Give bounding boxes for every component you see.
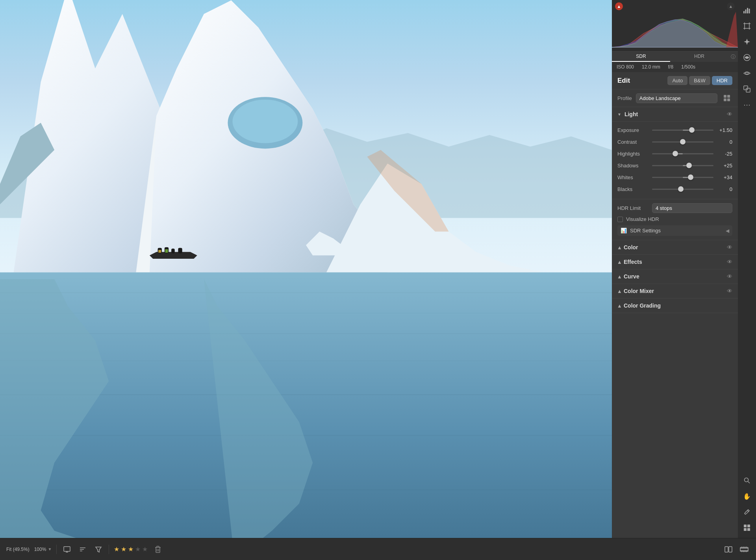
histogram-info-icon[interactable]: ⓘ	[728, 52, 738, 62]
whites-value: +34	[717, 174, 732, 180]
edit-header: Edit Auto B&W HDR	[612, 72, 738, 89]
svg-rect-37	[746, 88, 750, 92]
exif-focal: 12.0 mm	[642, 64, 660, 70]
filter-btn[interactable]	[93, 544, 104, 555]
shadows-value: +25	[717, 163, 732, 169]
hdr-limit-select[interactable]: 4 stops 2 stops 6 stops Auto	[652, 203, 732, 213]
svg-point-38	[745, 478, 749, 482]
bw-button[interactable]: B&W	[689, 76, 710, 85]
effects-section-title: Effects	[624, 259, 727, 265]
visualize-hdr-checkbox[interactable]	[617, 217, 623, 222]
hdr-limit-row: HDR Limit 4 stops 2 stops 6 stops Auto	[617, 203, 732, 213]
photo-canvas[interactable]	[0, 0, 612, 538]
profile-select-wrapper[interactable]: Adobe Landscape Adobe Color Adobe Vivid …	[636, 93, 717, 103]
exif-iso: ISO 800	[617, 64, 634, 70]
sdr-settings-row[interactable]: 📊 SDR Settings ◀	[617, 225, 732, 236]
star-4[interactable]: ★	[135, 545, 141, 553]
sort-btn[interactable]	[77, 544, 88, 555]
histogram-tool-icon[interactable]	[740, 3, 754, 17]
sdr-settings-collapse-icon[interactable]: ◀	[726, 228, 729, 234]
profile-grid-icon[interactable]	[721, 93, 732, 104]
color-grading-section-header[interactable]: ▶ Color Grading	[612, 299, 738, 313]
star-2[interactable]: ★	[121, 545, 126, 553]
hdr-button[interactable]: HDR	[712, 76, 732, 85]
bottom-toolbar: Fit (49.5%) 100% ▼ ★ ★ ★ ★ ★	[0, 538, 756, 560]
tab-hdr[interactable]: HDR	[670, 52, 728, 62]
shadows-label: Shadows	[617, 163, 649, 169]
filmstrip-btn[interactable]	[739, 544, 750, 555]
highlights-row: Highlights -25	[612, 148, 738, 159]
histogram-highlight-warning[interactable]: ▲	[727, 2, 735, 10]
panel-scroll[interactable]: ▼ Light 👁 Exposure +1.50	[612, 107, 738, 538]
clone-tool-icon[interactable]	[740, 82, 754, 96]
crop-tool-icon[interactable]	[740, 19, 754, 33]
fit-label[interactable]: Fit (49.5%)	[6, 547, 30, 552]
exposure-label: Exposure	[617, 127, 649, 133]
mask-tool-icon[interactable]	[740, 50, 754, 65]
shadows-slider[interactable]	[652, 161, 713, 169]
svg-rect-15	[158, 250, 161, 253]
eye-tool-icon[interactable]	[740, 66, 754, 80]
svg-rect-36	[744, 86, 748, 90]
blacks-row: Blacks 0	[612, 183, 738, 195]
light-content: Exposure +1.50 Contrast	[612, 122, 738, 199]
effects-visibility-icon[interactable]: 👁	[727, 259, 732, 265]
histogram-section: ▲ ▲	[612, 0, 738, 51]
curve-section-header[interactable]: ▶ Curve 👁	[612, 269, 738, 284]
color-mixer-visibility-icon[interactable]: 👁	[727, 288, 732, 294]
svg-rect-18	[727, 95, 730, 98]
zoom-dropdown-icon[interactable]: ▼	[48, 547, 52, 551]
profile-row: Profile Adobe Landscape Adobe Color Adob…	[612, 89, 738, 107]
color-mixer-chevron: ▶	[617, 289, 621, 293]
eyedropper-tool-icon[interactable]	[740, 505, 754, 519]
contrast-row: Contrast 0	[612, 136, 738, 148]
color-grading-section-title: Color Grading	[624, 302, 732, 309]
star-rating[interactable]: ★ ★ ★ ★ ★	[114, 545, 148, 553]
grid-view-icon[interactable]	[740, 521, 754, 535]
blacks-slider[interactable]	[652, 185, 713, 193]
tab-sdr[interactable]: SDR	[612, 52, 670, 62]
whites-slider[interactable]	[652, 173, 713, 181]
search-tool-icon[interactable]	[740, 473, 754, 488]
hand-tool-icon[interactable]: ✋	[740, 489, 754, 503]
color-section-header[interactable]: ▶ Color 👁	[612, 240, 738, 255]
compare-btn[interactable]	[723, 544, 734, 555]
healing-tool-icon[interactable]	[740, 35, 754, 49]
svg-rect-14	[178, 248, 182, 253]
highlights-value: -25	[717, 151, 732, 157]
color-mixer-section-header[interactable]: ▶ Color Mixer 👁	[612, 284, 738, 299]
star-3[interactable]: ★	[128, 545, 133, 553]
profile-label: Profile	[617, 95, 632, 101]
contrast-slider[interactable]	[652, 138, 713, 146]
blacks-label: Blacks	[617, 186, 649, 192]
curve-chevron: ▶	[617, 275, 621, 278]
color-grading-chevron: ▶	[617, 304, 621, 307]
delete-btn[interactable]	[152, 544, 163, 555]
color-chevron: ▶	[617, 246, 621, 249]
light-section-header[interactable]: ▼ Light 👁	[612, 107, 738, 122]
effects-section-header[interactable]: ▶ Effects 👁	[612, 255, 738, 269]
color-visibility-icon[interactable]: 👁	[727, 244, 732, 250]
svg-rect-21	[743, 11, 745, 13]
curve-visibility-icon[interactable]: 👁	[727, 273, 732, 280]
zoom-pct-control[interactable]: 100% ▼	[34, 547, 52, 552]
highlights-slider[interactable]	[652, 150, 713, 158]
loupe-view-btn[interactable]	[61, 544, 72, 555]
star-1[interactable]: ★	[114, 545, 119, 553]
color-mixer-section-title: Color Mixer	[624, 288, 727, 294]
svg-rect-25	[745, 24, 749, 28]
light-visibility-icon[interactable]: 👁	[727, 111, 732, 117]
exif-shutter: 1/500s	[681, 64, 695, 70]
sdr-settings-label: SDR Settings	[630, 228, 723, 234]
toolbar-sep-2	[109, 545, 109, 554]
hdr-limit-label: HDR Limit	[617, 205, 649, 211]
visualize-hdr-row: Visualize HDR	[617, 216, 732, 222]
star-5[interactable]: ★	[142, 545, 148, 553]
sdr-hdr-tabs: SDR HDR ⓘ	[612, 51, 738, 62]
exposure-slider[interactable]	[652, 126, 713, 134]
profile-select[interactable]: Adobe Landscape Adobe Color Adobe Vivid …	[636, 93, 717, 103]
color-section-title: Color	[624, 244, 727, 250]
more-tool-icon[interactable]: ⋯	[740, 98, 754, 112]
histogram-clipping-warning[interactable]: ▲	[615, 2, 623, 10]
auto-button[interactable]: Auto	[667, 76, 687, 85]
